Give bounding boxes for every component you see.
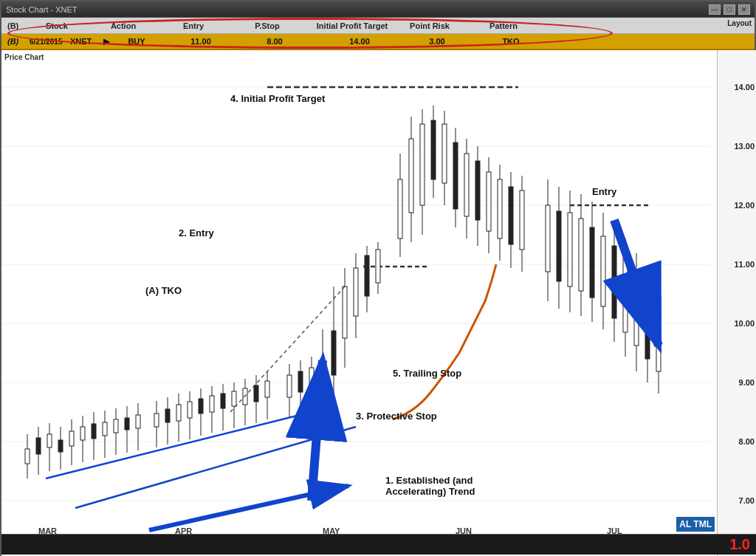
row-ipt: 14.00 (312, 37, 408, 46)
svg-rect-12 (25, 449, 30, 464)
col-ipt-header: Initial Profit Target (304, 21, 400, 30)
col-stock-header: Stock (24, 21, 90, 30)
svg-rect-60 (309, 368, 314, 391)
svg-rect-56 (287, 375, 292, 397)
col-pstop-header: P.Stop (230, 21, 304, 30)
price-14: 14.00 (734, 83, 755, 92)
row-stock: XNET (64, 37, 97, 46)
svg-rect-66 (343, 286, 347, 338)
svg-rect-20 (69, 431, 74, 446)
svg-rect-26 (103, 422, 107, 436)
minimize-button[interactable]: — (709, 4, 721, 15)
svg-rect-94 (509, 187, 513, 244)
row-date: 6/21/2015 (24, 38, 64, 46)
chart-area: Price Chart (1, 50, 756, 556)
row-action: BUY (109, 37, 164, 46)
row-entry: 11.00 (164, 37, 238, 46)
svg-rect-92 (498, 179, 502, 238)
svg-rect-108 (601, 236, 605, 306)
price-9: 9.00 (739, 378, 755, 387)
svg-rect-64 (331, 331, 336, 375)
svg-rect-98 (546, 205, 550, 272)
svg-rect-96 (520, 191, 524, 250)
title-text: Stock Chart - XNET (6, 5, 78, 14)
maximize-button[interactable]: □ (724, 4, 735, 15)
svg-line-119 (46, 408, 326, 478)
svg-rect-90 (487, 172, 491, 231)
title-bar: Stock Chart - XNET — □ ✕ (1, 1, 755, 18)
svg-rect-14 (36, 438, 41, 454)
row-b: (B) (1, 37, 24, 46)
svg-rect-110 (612, 246, 616, 318)
col-entry-header: Entry (157, 21, 230, 30)
svg-rect-74 (398, 179, 402, 238)
svg-rect-80 (431, 120, 436, 179)
app-container: Stock Chart - XNET — □ ✕ (B) Stock Actio… (0, 0, 756, 556)
bottom-bar: 1.0 (1, 534, 756, 555)
svg-rect-54 (265, 381, 269, 397)
svg-rect-68 (354, 268, 358, 316)
col-action-header: Action (90, 21, 157, 30)
price-8: 8.00 (739, 437, 755, 446)
price-13: 13.00 (734, 142, 755, 151)
cursor-icon: ▶ (97, 37, 109, 47)
svg-rect-36 (165, 409, 170, 422)
col-b-header: (B) (1, 21, 24, 30)
svg-rect-88 (475, 161, 480, 220)
data-row[interactable]: (B) 6/21/2015 XNET ▶ BUY 11.00 8.00 14.0… (1, 34, 755, 50)
svg-rect-42 (199, 399, 203, 413)
col-pr-header: Point Risk (400, 21, 459, 30)
row-pattern: TKO (467, 37, 555, 46)
svg-rect-100 (557, 211, 561, 281)
svg-rect-104 (579, 219, 583, 291)
chart-svg (1, 50, 718, 538)
svg-rect-44 (210, 396, 214, 412)
price-7: 7.00 (739, 496, 755, 505)
svg-rect-32 (136, 415, 140, 428)
svg-rect-28 (114, 419, 118, 433)
header-row: (B) Stock Action Entry P.Stop Initial Pr… (1, 18, 755, 34)
svg-rect-84 (453, 143, 458, 209)
svg-rect-22 (80, 427, 85, 440)
svg-rect-46 (221, 394, 225, 408)
price-12: 12.00 (734, 201, 755, 210)
version-text: 1.0 (729, 536, 750, 553)
svg-rect-38 (176, 405, 181, 421)
svg-rect-76 (409, 139, 413, 213)
svg-rect-18 (58, 440, 63, 452)
svg-rect-24 (92, 424, 96, 439)
price-11: 11.00 (734, 260, 755, 269)
svg-rect-48 (232, 391, 236, 406)
price-axis: 14.00 13.00 12.00 11.00 10.00 9.00 8.00 … (717, 50, 756, 556)
close-button[interactable]: ✕ (738, 4, 750, 15)
svg-rect-86 (464, 154, 469, 216)
col-layout-header: Layout (727, 19, 752, 27)
svg-line-124 (149, 486, 348, 530)
svg-rect-34 (154, 413, 159, 427)
svg-rect-82 (442, 124, 447, 183)
altml-badge: AL TML (676, 517, 715, 532)
svg-rect-72 (376, 250, 380, 283)
row-pr: 3.00 (408, 37, 467, 46)
svg-rect-16 (47, 434, 52, 447)
svg-rect-30 (125, 418, 129, 430)
svg-rect-112 (623, 258, 628, 332)
svg-rect-70 (365, 255, 369, 296)
row-pstop: 8.00 (238, 37, 312, 46)
svg-rect-102 (568, 213, 572, 286)
price-10: 10.00 (734, 319, 755, 328)
svg-rect-40 (188, 402, 192, 418)
svg-rect-106 (590, 227, 594, 298)
col-pattern-header: Pattern (459, 21, 548, 30)
window-controls: — □ ✕ (709, 4, 750, 15)
svg-rect-58 (298, 371, 303, 392)
svg-rect-52 (254, 385, 258, 402)
svg-rect-78 (420, 124, 425, 205)
